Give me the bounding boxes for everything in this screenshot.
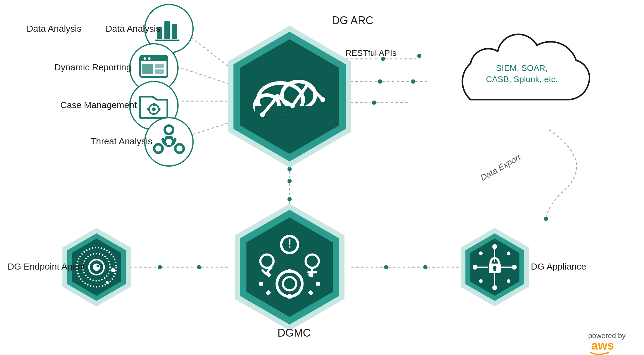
svg-point-43	[305, 82, 310, 87]
svg-rect-58	[259, 282, 263, 286]
svg-point-41	[275, 94, 280, 99]
svg-rect-59	[316, 282, 320, 286]
svg-point-20	[372, 101, 376, 105]
svg-rect-79	[493, 269, 496, 271]
svg-point-100	[144, 57, 146, 60]
svg-point-24	[158, 265, 162, 269]
svg-point-73	[106, 281, 109, 284]
dg-arc-label: DG ARC	[332, 14, 373, 27]
case-management-label: Case Management	[60, 100, 137, 110]
dg-appliance-label: DG Appliance	[531, 261, 586, 271]
svg-point-119	[417, 54, 421, 58]
dgmc-label: DGMC	[278, 327, 311, 339]
svg-rect-108	[153, 103, 155, 106]
svg-point-71	[97, 265, 99, 267]
svg-point-42	[290, 103, 295, 108]
svg-point-15	[378, 79, 382, 84]
data-analysis-label: Data Analysis	[27, 24, 81, 34]
svg-point-86	[492, 285, 497, 290]
svg-text:SIEM, SOAR,: SIEM, SOAR,	[496, 63, 547, 73]
svg-point-72	[111, 268, 115, 272]
svg-point-17	[411, 79, 415, 84]
svg-point-80	[492, 244, 497, 249]
svg-point-91	[479, 279, 483, 283]
svg-text:powered by: powered by	[588, 331, 626, 340]
svg-point-89	[479, 251, 483, 255]
data-analysis-label2: Data Analysis	[106, 24, 160, 34]
svg-rect-94	[164, 21, 170, 39]
svg-point-82	[512, 265, 517, 270]
svg-rect-57	[288, 294, 291, 299]
svg-point-90	[507, 279, 510, 283]
svg-point-40	[260, 112, 265, 117]
svg-text:aws: aws	[591, 339, 614, 352]
svg-rect-102	[142, 64, 153, 74]
svg-point-101	[148, 57, 151, 60]
threat-analysis-label: Threat Analysis	[90, 136, 152, 146]
svg-point-7	[287, 179, 292, 183]
svg-point-107	[152, 107, 156, 111]
dynamic-reporting-label: Dynamic Reporting	[54, 62, 131, 72]
svg-rect-104	[155, 69, 164, 74]
svg-rect-95	[172, 24, 177, 39]
svg-point-26	[197, 265, 201, 269]
svg-rect-103	[155, 64, 164, 68]
svg-point-88	[507, 251, 510, 255]
svg-point-84	[473, 265, 477, 270]
svg-point-9	[287, 197, 292, 201]
svg-point-31	[423, 265, 427, 269]
svg-text:!: !	[288, 237, 292, 250]
restful-apis-label: RESTful APIs	[345, 48, 397, 58]
svg-point-70	[93, 264, 100, 271]
svg-text:CASB, Splunk, etc.: CASB, Splunk, etc.	[486, 75, 558, 84]
svg-point-44	[320, 97, 325, 102]
svg-rect-56	[288, 269, 291, 273]
svg-point-29	[384, 265, 388, 269]
dg-endpoint-label: DG Endpoint Agent	[8, 261, 85, 271]
svg-point-22	[544, 217, 548, 221]
svg-rect-109	[153, 113, 155, 115]
svg-point-5	[287, 167, 292, 171]
